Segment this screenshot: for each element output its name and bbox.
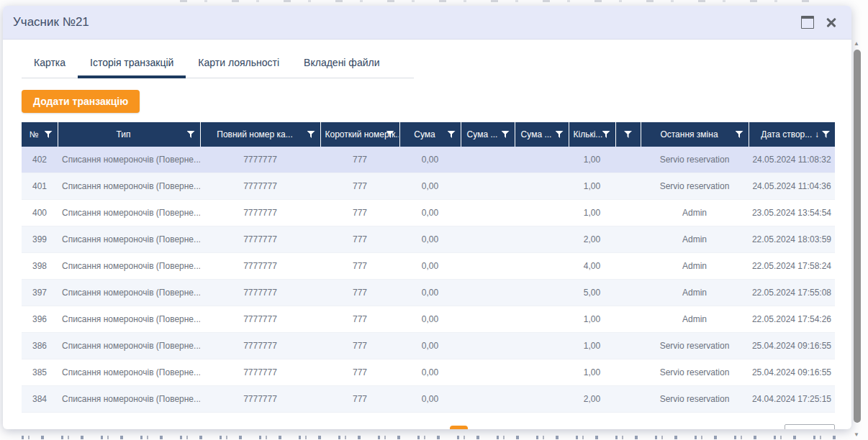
table-cell bbox=[461, 226, 515, 253]
page-button[interactable]: 2 bbox=[473, 426, 491, 430]
filter-icon[interactable] bbox=[307, 131, 315, 138]
table-cell: Admin bbox=[641, 200, 749, 226]
background-artifact-bottom bbox=[22, 436, 849, 439]
tab-card[interactable]: Картка bbox=[22, 52, 78, 78]
table-cell: 22.05.2024 17:54:26 bbox=[749, 306, 835, 333]
tab-bar: КарткаІсторія транзакційКарти лояльності… bbox=[22, 52, 414, 78]
filter-icon[interactable] bbox=[448, 131, 456, 138]
table-cell bbox=[461, 386, 515, 413]
filter-icon[interactable] bbox=[502, 131, 510, 138]
table-row[interactable]: 402Списання номероночів (Поверне...77777… bbox=[22, 147, 835, 173]
filter-icon[interactable] bbox=[736, 131, 743, 138]
close-icon[interactable] bbox=[826, 17, 837, 28]
table-row[interactable]: 401Списання номероночів (Поверне...77777… bbox=[22, 173, 835, 200]
page-button[interactable]: 5 bbox=[542, 426, 560, 430]
table-cell bbox=[615, 147, 641, 173]
maximize-icon[interactable] bbox=[801, 16, 814, 29]
page-button[interactable]: 3 bbox=[496, 426, 514, 430]
table-row[interactable]: 399Списання номероночів (Поверне...77777… bbox=[22, 226, 835, 253]
column-header[interactable]: Повний номер ка... bbox=[200, 122, 320, 147]
table-cell: 399 bbox=[22, 226, 58, 253]
screen: Учасник №21 КарткаІсторія транзакційКарт… bbox=[0, 0, 868, 440]
table-cell bbox=[615, 386, 641, 413]
filter-icon[interactable] bbox=[624, 131, 632, 138]
table-cell: Admin bbox=[641, 253, 749, 280]
tabs: КарткаІсторія транзакційКарти лояльності… bbox=[22, 52, 414, 78]
table-cell: Admin bbox=[641, 306, 749, 333]
table-cell: Списання номероночів (Поверне... bbox=[58, 147, 200, 173]
column-header[interactable]: Сума ... bbox=[461, 122, 515, 147]
table-cell bbox=[615, 200, 641, 226]
column-header[interactable]: Остання зміна bbox=[641, 122, 749, 147]
scroll-up-icon[interactable]: ▲ bbox=[854, 40, 859, 47]
table-row[interactable]: 384Списання номероночів (Поверне...77777… bbox=[22, 386, 835, 413]
pagination: < 12345678 > bbox=[430, 426, 650, 430]
table-cell: 22.05.2024 17:58:24 bbox=[749, 253, 835, 280]
table-cell: 24.05.2024 11:08:32 bbox=[749, 147, 835, 173]
table-row[interactable]: 396Списання номероночів (Поверне...77777… bbox=[22, 306, 835, 333]
table-cell: 0,00 bbox=[399, 306, 461, 333]
table-row[interactable]: 398Списання номероночів (Поверне...77777… bbox=[22, 253, 835, 280]
chevron-right-icon[interactable]: > bbox=[634, 428, 649, 429]
table-cell: 402 bbox=[22, 147, 58, 173]
table-row[interactable]: 400Списання номероночів (Поверне...77777… bbox=[22, 200, 835, 226]
table-cell: 385 bbox=[22, 359, 58, 386]
filter-icon[interactable] bbox=[386, 131, 394, 138]
page-size-select[interactable]: 10 ▼ bbox=[785, 424, 835, 430]
filter-icon[interactable] bbox=[45, 131, 53, 138]
table-cell: Servio reservation bbox=[641, 386, 749, 413]
table-cell: Admin bbox=[641, 226, 749, 253]
table-body: 402Списання номероночів (Поверне...77777… bbox=[22, 147, 835, 413]
table-row[interactable]: 385Списання номероночів (Поверне...77777… bbox=[22, 359, 835, 386]
column-label: Повний номер ка... bbox=[202, 129, 320, 139]
page-size-value: 10 bbox=[790, 428, 823, 429]
column-header[interactable]: Тип bbox=[58, 122, 200, 147]
scrollbar-thumb[interactable] bbox=[854, 50, 861, 423]
table-cell: 397 bbox=[22, 280, 58, 306]
sort-desc-icon[interactable]: ↓ bbox=[815, 130, 819, 139]
add-transaction-button[interactable]: Додати транзакцію bbox=[22, 90, 140, 113]
page-button[interactable]: 7 bbox=[588, 426, 606, 430]
column-header[interactable]: Дата створ...↓ bbox=[749, 122, 835, 147]
chevron-left-icon[interactable]: < bbox=[430, 428, 445, 429]
table-cell bbox=[461, 253, 515, 280]
column-header[interactable]: № bbox=[22, 122, 58, 147]
filter-icon[interactable] bbox=[187, 131, 195, 138]
table-cell: 7777777 bbox=[200, 333, 320, 359]
table-cell: 22.05.2024 17:55:08 bbox=[749, 280, 835, 306]
table-cell: Списання номероночів (Поверне... bbox=[58, 359, 200, 386]
column-header[interactable] bbox=[615, 122, 641, 147]
table-cell: 777 bbox=[320, 386, 399, 413]
filter-icon[interactable] bbox=[556, 131, 564, 138]
column-header[interactable]: Сума bbox=[399, 122, 461, 147]
column-header[interactable]: Сума ... bbox=[515, 122, 569, 147]
table-cell: 1,00 bbox=[569, 200, 615, 226]
page-button[interactable]: 8 bbox=[611, 426, 629, 430]
table-row[interactable]: 397Списання номероночів (Поверне...77777… bbox=[22, 280, 835, 306]
page-button[interactable]: 1 bbox=[450, 426, 468, 430]
table-cell: Servio reservation bbox=[641, 333, 749, 359]
tab-transactions[interactable]: Історія транзакцій bbox=[78, 52, 186, 78]
column-label: Остання зміна bbox=[642, 129, 748, 139]
filter-icon[interactable] bbox=[602, 131, 610, 138]
table-cell: 0,00 bbox=[399, 253, 461, 280]
table-cell bbox=[461, 147, 515, 173]
table-cell: 777 bbox=[320, 280, 399, 306]
table-cell: 2,00 bbox=[569, 226, 615, 253]
table-cell bbox=[461, 173, 515, 200]
table-cell: 0,00 bbox=[399, 173, 461, 200]
table-cell: 7777777 bbox=[200, 173, 320, 200]
table-cell: Списання номероночів (Поверне... bbox=[58, 173, 200, 200]
table-cell bbox=[615, 280, 641, 306]
page-button[interactable]: 6 bbox=[565, 426, 583, 430]
column-header[interactable]: Кількі... bbox=[569, 122, 615, 147]
table-cell: 0,00 bbox=[399, 333, 461, 359]
table-cell bbox=[515, 306, 569, 333]
table-row[interactable]: 386Списання номероночів (Поверне...77777… bbox=[22, 333, 835, 359]
filter-icon[interactable] bbox=[822, 131, 830, 138]
tab-files[interactable]: Вкладені файли bbox=[291, 52, 392, 78]
tab-loyalty[interactable]: Карти лояльності bbox=[186, 52, 291, 78]
column-header[interactable]: Короткий номер к... bbox=[320, 122, 399, 147]
page-button[interactable]: 4 bbox=[519, 426, 537, 430]
scroll-down-icon[interactable]: ▼ bbox=[854, 431, 859, 438]
